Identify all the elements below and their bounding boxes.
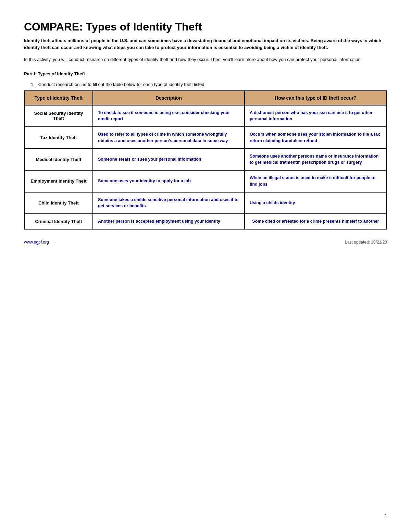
- description-cell: Someone takes a childs sensitive persona…: [93, 192, 245, 214]
- how-cell: Occurs when someone uses your stolen inf…: [245, 127, 387, 149]
- footer: www.ngpf.org Last updated: 10/21/20: [24, 240, 387, 245]
- col-header-type: Type of Identity Theft: [24, 91, 93, 105]
- table-header-row: Type of Identity Theft Description How c…: [24, 91, 387, 105]
- type-cell: Child Identity Theft: [24, 192, 93, 214]
- table-row: Social Security Identity TheftTo check t…: [24, 105, 387, 127]
- footer-link[interactable]: www.ngpf.org: [24, 240, 49, 245]
- table-row: Medical Identity TheftSomeone steals or …: [24, 149, 387, 171]
- footer-updated: Last updated: 10/21/20: [345, 240, 387, 245]
- how-cell: A dishonest person who has your ssn can …: [245, 105, 387, 127]
- type-cell: Social Security Identity Theft: [24, 105, 93, 127]
- description-cell: Another person is accepted employment us…: [93, 214, 245, 229]
- page-title: COMPARE: Types of Identity Theft: [24, 21, 387, 33]
- activity-text: In this activity, you will conduct resea…: [24, 56, 387, 63]
- table-row: Tax Identity TheftUsed to refer to all t…: [24, 127, 387, 149]
- identity-theft-table: Type of Identity Theft Description How c…: [24, 90, 387, 230]
- how-cell: Someone uses another persons name or ins…: [245, 149, 387, 171]
- page-number: 1: [385, 513, 387, 518]
- how-cell: Some cited or arrested for a crime prese…: [245, 214, 387, 229]
- type-cell: Tax Identity Theft: [24, 127, 93, 149]
- col-header-how: How can this type of ID theft occur?: [245, 91, 387, 105]
- type-cell: Medical Identity Theft: [24, 149, 93, 171]
- intro-text-bold: Identity theft affects millions of peopl…: [24, 38, 381, 50]
- part-heading: Part I: Types of Identity Theft: [24, 71, 387, 76]
- table-row: Criminal Identity TheftAnother person is…: [24, 214, 387, 229]
- description-cell: Used to refer to all types of crime in w…: [93, 127, 245, 149]
- description-cell: Someone steals or sues your personal inf…: [93, 149, 245, 171]
- col-header-description: Description: [93, 91, 245, 105]
- how-cell: Using a childs identity: [245, 192, 387, 214]
- description-cell: To check to see if someone is using ssn,…: [93, 105, 245, 127]
- table-row: Employment Identity TheftSomeone uses yo…: [24, 170, 387, 192]
- type-cell: Criminal Identity Theft: [24, 214, 93, 229]
- type-cell: Employment Identity Theft: [24, 170, 93, 192]
- instruction-text: 1. Conduct research online to fill out t…: [24, 82, 387, 87]
- description-cell: Someone uses your identity to apply for …: [93, 170, 245, 192]
- table-row: Child Identity TheftSomeone takes a chil…: [24, 192, 387, 214]
- intro-text: Identity theft affects millions of peopl…: [24, 37, 387, 51]
- how-cell: When an illegal status is used to make i…: [245, 170, 387, 192]
